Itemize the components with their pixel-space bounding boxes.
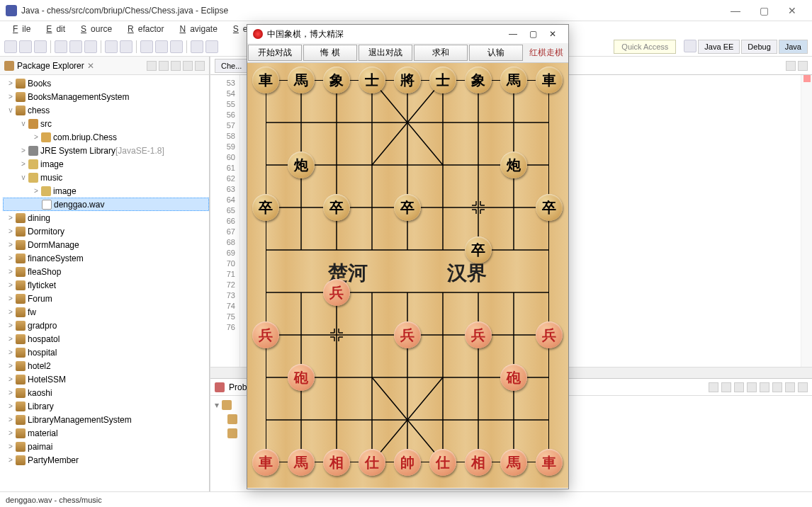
- surrender-button[interactable]: 认输: [469, 45, 523, 61]
- problems-toolbtn-1-icon[interactable]: [709, 382, 718, 392]
- project-tree[interactable]: >Books>BooksManagementSystemvchessvsrc>c…: [0, 75, 209, 491]
- tree-item-fw[interactable]: >fw: [3, 305, 209, 319]
- run-ext-icon[interactable]: [84, 40, 97, 53]
- menu-edit[interactable]: Edit: [38, 23, 69, 35]
- black-piece-6[interactable]: 象: [465, 67, 492, 93]
- black-piece-3[interactable]: 士: [359, 67, 385, 93]
- save-all-icon[interactable]: [34, 40, 47, 53]
- overview-ruler[interactable]: [801, 75, 812, 367]
- tree-item-image[interactable]: >image: [3, 184, 209, 198]
- draw-button[interactable]: 求和: [414, 45, 468, 61]
- tree-item-partymember[interactable]: >PartyMember: [3, 453, 209, 467]
- red-piece-0[interactable]: 車: [252, 449, 279, 476]
- red-piece-7[interactable]: 馬: [500, 449, 527, 476]
- tree-item-dining[interactable]: >dining: [3, 211, 209, 224]
- black-piece-0[interactable]: 車: [252, 67, 279, 93]
- black-pawn-8[interactable]: 卒: [536, 194, 563, 221]
- red-piece-8[interactable]: 車: [536, 449, 563, 476]
- tree-item-image[interactable]: >image: [3, 157, 209, 171]
- tree-item-booksmanagementsystem[interactable]: >BooksManagementSystem: [3, 90, 209, 103]
- menu-file[interactable]: File: [4, 23, 35, 35]
- tree-item-hospital[interactable]: >hospital: [3, 346, 209, 359]
- problems-toolbtn-5-icon[interactable]: [760, 382, 769, 392]
- perspective-java[interactable]: Java: [779, 40, 808, 54]
- maximize-view-icon[interactable]: [195, 61, 205, 71]
- minimize-editor-icon[interactable]: [786, 61, 796, 71]
- tree-item-library[interactable]: >Library: [3, 399, 209, 413]
- save-icon[interactable]: [19, 40, 32, 53]
- view-menu-icon[interactable]: [171, 61, 181, 71]
- maximize-button[interactable]: ▢: [750, 5, 778, 16]
- tree-item-flyticket[interactable]: >flyticket: [3, 278, 209, 292]
- menu-source[interactable]: Source: [72, 23, 116, 35]
- tree-item-librarymanagementsystem[interactable]: >LibraryManagementSystem: [3, 413, 209, 426]
- start-game-button[interactable]: 开始对战: [248, 45, 302, 61]
- black-piece-5[interactable]: 士: [429, 67, 456, 93]
- dialog-maximize-button[interactable]: ▢: [523, 29, 543, 39]
- forward-icon[interactable]: [205, 40, 218, 53]
- black-pawn-advanced[interactable]: 卒: [465, 237, 492, 263]
- tree-item-chess[interactable]: vchess: [3, 103, 209, 117]
- quick-access[interactable]: Quick Access: [614, 40, 676, 54]
- black-piece-2[interactable]: 象: [323, 67, 350, 93]
- tree-item-fleashop[interactable]: >fleaShop: [3, 265, 209, 278]
- tree-item-hotel2[interactable]: >hotel2: [3, 359, 209, 372]
- black-pawn-0[interactable]: 卒: [252, 194, 279, 221]
- tree-item-gradpro[interactable]: >gradpro: [3, 319, 209, 332]
- new-class-icon[interactable]: [120, 40, 132, 53]
- tree-item-jre-system-library[interactable]: >JRE System Library [JavaSE-1.8]: [3, 144, 209, 157]
- red-piece-2[interactable]: 相: [323, 449, 350, 476]
- red-piece-4[interactable]: 帥: [394, 449, 421, 476]
- problems-maximize-icon[interactable]: [798, 382, 808, 392]
- problems-toolbtn-4-icon[interactable]: [747, 382, 757, 392]
- black-pawn-4[interactable]: 卒: [394, 194, 421, 221]
- problems-toolbtn-3-icon[interactable]: [734, 382, 744, 392]
- tree-item-src[interactable]: vsrc: [3, 117, 209, 130]
- chess-board[interactable]: 楚河 汉界 車馬象士將士象馬車炮炮卒卒卒卒卒兵兵兵兵兵砲砲車馬相仕帥仕相馬車: [247, 63, 568, 488]
- black-piece-8[interactable]: 車: [536, 67, 563, 93]
- maximize-editor-icon[interactable]: [798, 61, 808, 71]
- tree-item-material[interactable]: >material: [3, 426, 209, 440]
- perspective-javaee[interactable]: Java EE: [698, 40, 740, 54]
- tree-item-paimai[interactable]: >paimai: [3, 440, 209, 453]
- red-pawn-0[interactable]: 兵: [252, 321, 279, 348]
- search-icon[interactable]: [155, 40, 168, 53]
- tree-item-music[interactable]: vmusic: [3, 171, 209, 184]
- menu-navigate[interactable]: Navigate: [171, 23, 221, 35]
- run-icon[interactable]: [69, 40, 82, 53]
- tree-item-hotelssm[interactable]: >HotelSSM: [3, 372, 209, 386]
- red-cannon-right[interactable]: 砲: [500, 364, 527, 391]
- close-view-icon[interactable]: ✕: [87, 61, 94, 71]
- debug-icon[interactable]: [55, 40, 67, 53]
- tree-item-forum[interactable]: >Forum: [3, 292, 209, 305]
- tree-item-kaoshi[interactable]: >kaoshi: [3, 386, 209, 399]
- red-pawn-6[interactable]: 兵: [465, 321, 492, 348]
- red-piece-5[interactable]: 仕: [429, 449, 456, 476]
- red-pawn-4[interactable]: 兵: [394, 321, 421, 348]
- black-pawn-2[interactable]: 卒: [323, 194, 350, 221]
- open-perspective-icon[interactable]: [684, 40, 697, 52]
- dialog-minimize-button[interactable]: —: [503, 29, 523, 39]
- black-cannon-left[interactable]: 炮: [288, 152, 315, 178]
- red-piece-3[interactable]: 仕: [359, 449, 385, 476]
- tree-item-hospatol[interactable]: >hospatol: [3, 332, 209, 346]
- red-piece-6[interactable]: 相: [465, 449, 492, 476]
- open-type-icon[interactable]: [140, 40, 153, 53]
- problems-toolbtn-6-icon[interactable]: [772, 382, 782, 392]
- red-pawn-advanced[interactable]: 兵: [323, 279, 350, 306]
- black-piece-4[interactable]: 將: [394, 67, 421, 93]
- red-pawn-8[interactable]: 兵: [536, 321, 563, 348]
- black-piece-7[interactable]: 馬: [500, 67, 527, 93]
- new-icon[interactable]: [4, 40, 17, 53]
- dialog-close-button[interactable]: ✕: [543, 29, 563, 39]
- tree-item-denggao-wav[interactable]: denggao.wav: [3, 198, 209, 211]
- back-icon[interactable]: [191, 40, 203, 53]
- menu-refactor[interactable]: Refactor: [119, 23, 168, 35]
- black-cannon-right[interactable]: 炮: [500, 152, 527, 178]
- link-editor-icon[interactable]: [159, 61, 169, 71]
- red-cannon-left[interactable]: 砲: [288, 364, 315, 391]
- quit-button[interactable]: 退出对战: [359, 45, 412, 61]
- undo-button[interactable]: 悔 棋: [303, 45, 357, 61]
- tree-item-com-briup-chess[interactable]: >com.briup.Chess: [3, 130, 209, 144]
- tree-item-books[interactable]: >Books: [3, 76, 209, 90]
